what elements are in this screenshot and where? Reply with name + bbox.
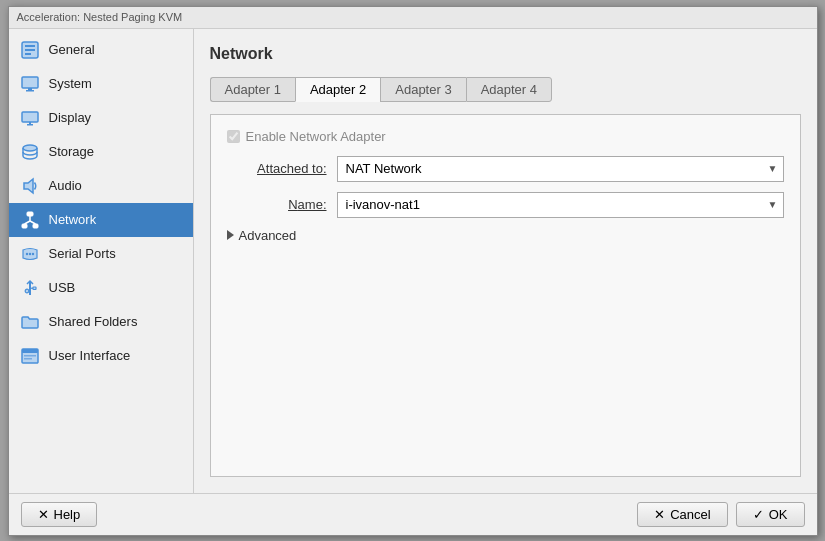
svg-point-18 — [25, 252, 27, 254]
sidebar-label-display: Display — [49, 110, 92, 125]
display-icon — [19, 107, 41, 129]
cancel-label: Cancel — [670, 507, 710, 522]
name-input[interactable] — [337, 192, 784, 218]
footer-right: ✕ Cancel ✓ OK — [637, 502, 804, 527]
svg-rect-5 — [26, 90, 34, 92]
svg-rect-13 — [22, 224, 27, 228]
svg-rect-8 — [27, 124, 33, 126]
name-label-text: Name: — [288, 197, 326, 212]
help-icon: ✕ — [38, 507, 49, 522]
attached-select[interactable]: NAT Network — [337, 156, 784, 182]
svg-point-20 — [31, 252, 33, 254]
top-bar: Acceleration: Nested Paging KVM — [9, 7, 817, 29]
sidebar-item-system[interactable]: System — [9, 67, 193, 101]
tab-adapter1[interactable]: Adapter 1 — [210, 77, 295, 102]
tab-adapter2[interactable]: Adapter 2 — [295, 77, 380, 102]
sidebar-item-audio[interactable]: Audio — [9, 169, 193, 203]
svg-rect-2 — [25, 49, 35, 51]
network-icon — [19, 209, 41, 231]
ok-icon: ✓ — [753, 507, 764, 522]
name-input-wrapper: ▼ — [337, 192, 784, 218]
svg-point-10 — [23, 145, 37, 151]
svg-rect-22 — [33, 287, 36, 290]
sidebar-item-shared-folders[interactable]: Shared Folders — [9, 305, 193, 339]
content-panel: Enable Network Adapter Attached to: NAT … — [210, 114, 801, 477]
top-bar-text: Acceleration: Nested Paging KVM — [17, 11, 183, 23]
tab-adapter4[interactable]: Adapter 4 — [466, 77, 552, 102]
svg-rect-9 — [29, 122, 31, 124]
svg-rect-14 — [33, 224, 38, 228]
sidebar-label-system: System — [49, 76, 92, 91]
help-button[interactable]: ✕ Help — [21, 502, 98, 527]
sidebar-item-general[interactable]: General — [9, 33, 193, 67]
page-title: Network — [210, 45, 801, 63]
audio-icon — [19, 175, 41, 197]
storage-icon — [19, 141, 41, 163]
svg-rect-27 — [22, 349, 38, 353]
cancel-icon: ✕ — [654, 507, 665, 522]
svg-rect-7 — [22, 112, 38, 122]
tab-adapter3[interactable]: Adapter 3 — [380, 77, 465, 102]
svg-marker-11 — [24, 179, 33, 193]
sidebar-item-display[interactable]: Display — [9, 101, 193, 135]
sidebar-item-user-interface[interactable]: User Interface — [9, 339, 193, 373]
svg-rect-29 — [24, 358, 32, 360]
sidebar-label-usb: USB — [49, 280, 76, 295]
sidebar: General System — [9, 29, 194, 493]
svg-line-16 — [24, 221, 30, 224]
dialog-body: General System — [9, 29, 817, 493]
sidebar-label-serial-ports: Serial Ports — [49, 246, 116, 261]
svg-rect-12 — [27, 212, 33, 216]
attached-row: Attached to: NAT Network ▼ — [227, 156, 784, 182]
attached-label-text: Attached to: — [257, 161, 326, 176]
system-icon — [19, 73, 41, 95]
enable-checkbox[interactable] — [227, 130, 240, 143]
svg-point-24 — [25, 289, 29, 293]
sidebar-label-network: Network — [49, 212, 97, 227]
svg-rect-28 — [24, 355, 36, 357]
svg-point-19 — [28, 252, 30, 254]
attached-select-wrapper: NAT Network ▼ — [337, 156, 784, 182]
dialog-footer: ✕ Help ✕ Cancel ✓ OK — [9, 493, 817, 535]
main-content: Network Adapter 1 Adapter 2 Adapter 3 Ad… — [194, 29, 817, 493]
enable-label: Enable Network Adapter — [246, 129, 386, 144]
folder-icon — [19, 311, 41, 333]
help-label: Help — [54, 507, 81, 522]
enable-row: Enable Network Adapter — [227, 129, 784, 144]
tabs: Adapter 1 Adapter 2 Adapter 3 Adapter 4 — [210, 77, 801, 102]
advanced-toggle[interactable]: Advanced — [227, 228, 784, 243]
cancel-button[interactable]: ✕ Cancel — [637, 502, 727, 527]
serial-icon — [19, 243, 41, 265]
svg-rect-4 — [22, 77, 38, 88]
advanced-triangle-icon — [227, 230, 234, 240]
sidebar-item-serial-ports[interactable]: Serial Ports — [9, 237, 193, 271]
sidebar-label-audio: Audio — [49, 178, 82, 193]
advanced-label: Advanced — [239, 228, 297, 243]
sidebar-label-user-interface: User Interface — [49, 348, 131, 363]
name-label: Name: — [227, 197, 337, 212]
svg-rect-6 — [28, 88, 32, 90]
usb-icon — [19, 277, 41, 299]
svg-rect-3 — [25, 53, 31, 55]
sidebar-item-storage[interactable]: Storage — [9, 135, 193, 169]
ok-button[interactable]: ✓ OK — [736, 502, 805, 527]
sidebar-label-shared-folders: Shared Folders — [49, 314, 138, 329]
general-icon — [19, 39, 41, 61]
ok-label: OK — [769, 507, 788, 522]
dialog: Acceleration: Nested Paging KVM General — [8, 6, 818, 536]
attached-label: Attached to: — [227, 161, 337, 176]
sidebar-label-general: General — [49, 42, 95, 57]
svg-rect-1 — [25, 45, 35, 47]
name-row: Name: ▼ — [227, 192, 784, 218]
svg-line-17 — [30, 221, 36, 224]
ui-icon — [19, 345, 41, 367]
name-input-arrow[interactable]: ▼ — [768, 199, 778, 210]
sidebar-item-network[interactable]: Network — [9, 203, 193, 237]
footer-left: ✕ Help — [21, 502, 98, 527]
sidebar-item-usb[interactable]: USB — [9, 271, 193, 305]
sidebar-label-storage: Storage — [49, 144, 95, 159]
